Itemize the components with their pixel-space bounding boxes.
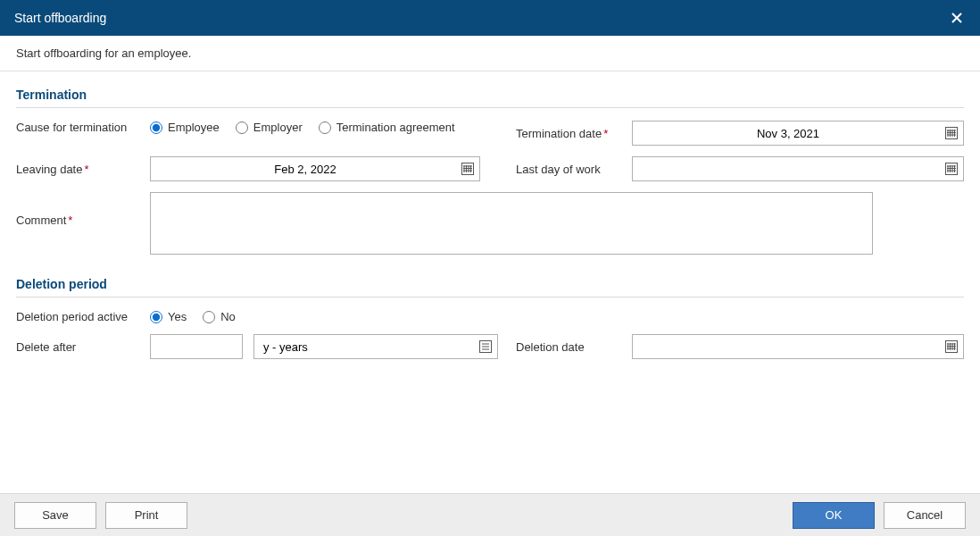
termination-date-input[interactable] xyxy=(632,121,964,146)
termination-date-label: Termination date* xyxy=(516,127,632,140)
deletion-active-yes-input[interactable] xyxy=(150,311,162,323)
cancel-button[interactable]: Cancel xyxy=(884,502,966,529)
calendar-icon[interactable] xyxy=(459,160,477,178)
cause-radio-employee-label: Employee xyxy=(168,121,220,134)
comment-label: Comment* xyxy=(16,192,150,227)
comment-field-wrap xyxy=(150,192,964,257)
close-icon[interactable] xyxy=(948,9,966,27)
deletion-active-radio-group: Yes No xyxy=(150,310,236,323)
comment-label-text: Comment xyxy=(16,214,66,227)
delete-after-input[interactable] xyxy=(150,334,243,359)
leaving-date-label-text: Leaving date xyxy=(16,163,82,176)
section-termination-title: Termination xyxy=(16,88,964,108)
save-button[interactable]: Save xyxy=(14,502,96,529)
cause-radio-employee[interactable]: Employee xyxy=(150,121,220,134)
dialog-subtitle: Start offboarding for an employee. xyxy=(0,36,980,71)
cause-radio-agreement-label: Termination agreement xyxy=(336,121,455,134)
delete-after-label: Delete after xyxy=(16,340,150,354)
deletion-active-yes[interactable]: Yes xyxy=(150,310,187,323)
deletion-active-no-input[interactable] xyxy=(203,311,215,323)
row-comment: Comment* xyxy=(16,192,964,257)
dialog-title: Start offboarding xyxy=(14,11,106,25)
deletion-date-field xyxy=(632,334,964,359)
last-day-field xyxy=(632,156,964,181)
required-marker: * xyxy=(84,163,88,176)
cause-radio-employer-input[interactable] xyxy=(236,121,248,134)
deletion-date-label: Deletion date xyxy=(516,340,632,354)
leaving-date-label: Leaving date* xyxy=(16,163,150,176)
calendar-icon[interactable] xyxy=(943,338,960,356)
titlebar: Start offboarding xyxy=(0,0,980,36)
ok-button[interactable]: OK xyxy=(793,502,875,529)
dialog-footer: Save Print OK Cancel xyxy=(0,493,980,536)
cause-radio-employee-input[interactable] xyxy=(150,121,162,134)
delete-after-unit-wrap xyxy=(253,334,498,359)
dialog-content: Termination Cause for termination Employ… xyxy=(0,71,980,359)
deletion-active-yes-label: Yes xyxy=(168,310,187,323)
row-cause-termdate: Cause for termination Employee Employer … xyxy=(16,121,964,146)
deletion-active-no[interactable]: No xyxy=(203,310,236,323)
comment-textarea[interactable] xyxy=(150,192,873,255)
row-deletion-active: Deletion period active Yes No xyxy=(16,310,964,323)
cause-radio-agreement-input[interactable] xyxy=(319,121,331,134)
calendar-icon[interactable] xyxy=(943,124,960,142)
required-marker: * xyxy=(603,127,608,140)
leaving-date-input[interactable] xyxy=(150,156,480,181)
last-day-label: Last day of work xyxy=(516,163,632,176)
row-leaving-lastday: Leaving date* Last day of work xyxy=(16,156,964,181)
print-button[interactable]: Print xyxy=(105,502,187,529)
cause-radio-employer[interactable]: Employer xyxy=(236,121,303,134)
footer-left: Save Print xyxy=(14,502,187,529)
deletion-date-input[interactable] xyxy=(632,334,964,359)
cause-label: Cause for termination xyxy=(16,121,150,134)
cause-radio-group: Employee Employer Termination agreement xyxy=(150,121,455,134)
delete-after-unit-input[interactable] xyxy=(253,334,498,359)
row-delete-after-date: Delete after Deletion date xyxy=(16,334,964,359)
required-marker: * xyxy=(68,214,72,227)
deletion-active-no-label: No xyxy=(220,310,236,323)
last-day-input[interactable] xyxy=(632,156,964,181)
footer-right: OK Cancel xyxy=(793,502,966,529)
calendar-icon[interactable] xyxy=(943,160,960,178)
cause-radio-agreement[interactable]: Termination agreement xyxy=(319,121,455,134)
delete-after-number-wrap xyxy=(150,334,243,359)
termination-date-field xyxy=(632,121,964,146)
deletion-active-label: Deletion period active xyxy=(16,310,150,323)
section-deletion-title: Deletion period xyxy=(16,277,964,297)
leaving-date-field xyxy=(150,156,480,181)
cause-radio-employer-label: Employer xyxy=(253,121,303,134)
termination-date-label-text: Termination date xyxy=(516,127,602,140)
list-icon[interactable] xyxy=(477,338,494,356)
